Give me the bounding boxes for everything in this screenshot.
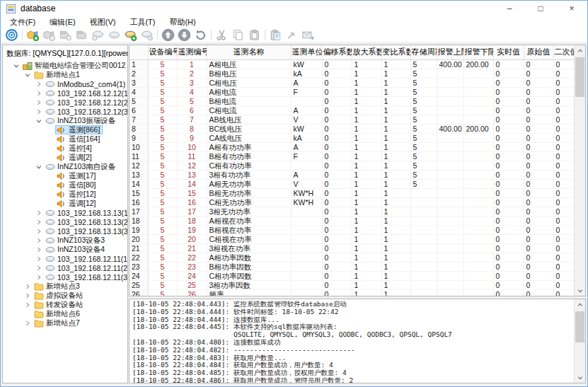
scroll-up-icon[interactable] [575, 299, 585, 310]
toolbar-button-refresh[interactable] [192, 28, 209, 42]
table-cell[interactable] [463, 197, 493, 207]
table-cell[interactable]: 5 [148, 216, 177, 225]
toolbar-button-add-station[interactable] [25, 28, 41, 42]
table-cell[interactable]: 15 [177, 188, 207, 197]
table-cell[interactable]: 0 [553, 253, 574, 262]
table-cell[interactable] [291, 234, 322, 243]
row-number[interactable]: 16 [129, 197, 148, 207]
tree-item-4[interactable]: 103_192.168.12.12(2) [3, 98, 127, 107]
table-cell[interactable]: 1 [381, 225, 410, 234]
table-cell[interactable]: 1 [352, 96, 381, 105]
menu-item-4[interactable]: 帮助(H) [162, 16, 202, 28]
table-cell[interactable]: C相视在功率 [207, 234, 291, 243]
table-cell[interactable] [463, 115, 493, 124]
table-cell[interactable] [463, 262, 493, 271]
row-number[interactable]: 1 [129, 59, 148, 69]
table-cell[interactable]: 5 [410, 69, 437, 78]
table-cell[interactable]: 5 [148, 115, 177, 124]
table-cell[interactable]: 0 [322, 289, 352, 296]
chevron-closed-icon[interactable] [34, 247, 44, 253]
table-cell[interactable]: 9 [177, 133, 207, 142]
table-cell[interactable] [463, 78, 493, 87]
table-cell[interactable]: 0 [553, 271, 574, 280]
table-cell[interactable]: 0 [322, 142, 352, 151]
table-cell[interactable] [463, 151, 493, 161]
table-cell[interactable]: 1 [381, 262, 410, 271]
table-cell[interactable]: 1 [352, 161, 381, 170]
column-header-3[interactable]: 遥测单位 [291, 45, 322, 59]
tree-item-28[interactable]: 新增站点7 [3, 318, 127, 328]
table-cell[interactable] [463, 289, 493, 296]
table-cell[interactable] [410, 225, 437, 234]
table-cell[interactable] [291, 216, 322, 225]
table-cell[interactable] [410, 262, 437, 271]
menu-item-1[interactable]: 编辑(E) [42, 16, 83, 28]
table-cell[interactable]: 0 [322, 170, 352, 179]
scroll-down-icon[interactable] [575, 285, 585, 296]
tree-item-22[interactable]: 103_192.168.12.11(2) [3, 263, 127, 272]
table-cell[interactable]: 0 [524, 59, 553, 69]
table-cell[interactable]: KW*H [291, 197, 322, 207]
table-cell[interactable]: 0 [322, 115, 352, 124]
row-number[interactable]: 14 [129, 179, 148, 188]
table-cell[interactable]: 25 [177, 280, 207, 289]
table-cell[interactable] [437, 225, 463, 234]
toolbar-button-connect-database[interactable] [4, 28, 20, 42]
table-cell[interactable]: B相无功功率 [207, 188, 291, 197]
table-cell[interactable]: A相功率因数 [207, 253, 291, 262]
tree-item-3[interactable]: 103_192.168.12.12(1) [3, 88, 127, 98]
table-cell[interactable] [437, 188, 463, 197]
table-cell[interactable]: C相有功功率 [207, 161, 291, 170]
row-number[interactable]: 21 [129, 243, 148, 253]
scroll-up-icon[interactable] [575, 45, 585, 56]
menu-item-0[interactable]: 文件(F) [3, 16, 42, 28]
table-cell[interactable]: 5 [410, 96, 437, 105]
table-cell[interactable]: 0 [553, 188, 574, 197]
table-cell[interactable]: 0 [493, 170, 524, 179]
table-cell[interactable]: 1 [381, 69, 410, 78]
tree-item-18[interactable]: 103_192.168.13.13(3) [3, 226, 127, 236]
table-cell[interactable]: 1 [381, 133, 410, 142]
table-cell[interactable] [463, 87, 493, 96]
table-cell[interactable]: 1 [352, 59, 381, 69]
table-cell[interactable]: 0 [493, 207, 524, 216]
table-cell[interactable]: 0 [524, 179, 553, 188]
table-cell[interactable]: 5 [410, 170, 437, 179]
table-cell[interactable]: 17 [177, 207, 207, 216]
row-number[interactable]: 5 [129, 96, 148, 105]
table-cell[interactable]: 1 [352, 115, 381, 124]
table-cell[interactable]: 0 [493, 78, 524, 87]
table-cell[interactable]: 1 [352, 289, 381, 296]
menu-item-3[interactable]: 工具(T) [122, 16, 162, 28]
table-cell[interactable]: 5 [410, 124, 437, 133]
table-cell[interactable]: 1 [381, 96, 410, 105]
table-cell[interactable]: 0 [553, 78, 574, 87]
table-cell[interactable] [463, 253, 493, 262]
row-number[interactable]: 15 [129, 188, 148, 197]
table-cell[interactable]: KW*H [291, 188, 322, 197]
chevron-closed-icon[interactable] [34, 265, 44, 271]
table-cell[interactable]: 0 [524, 234, 553, 243]
table-cell[interactable]: 21 [177, 243, 207, 253]
table-cell[interactable]: 5 [148, 161, 177, 170]
table-cell[interactable]: 0 [322, 197, 352, 207]
table-cell[interactable]: A [291, 142, 322, 151]
chevron-closed-icon[interactable] [34, 109, 44, 115]
table-cell[interactable] [291, 289, 322, 296]
table-cell[interactable]: 0 [493, 234, 524, 243]
row-number[interactable]: 3 [129, 78, 148, 87]
tree-item-23[interactable]: 103_192.168.12.11(3) [3, 272, 127, 282]
table-cell[interactable] [463, 142, 493, 151]
table-cell[interactable]: 0 [524, 280, 553, 289]
table-cell[interactable]: 5 [148, 96, 177, 105]
tree-item-19[interactable]: InNZ103设备3 [3, 236, 127, 245]
row-number[interactable]: 25 [129, 280, 148, 289]
row-number[interactable]: 20 [129, 234, 148, 243]
table-cell[interactable]: 0 [524, 262, 553, 271]
table-cell[interactable]: 200.00 [463, 124, 493, 133]
table-cell[interactable]: 0 [493, 289, 524, 296]
table-cell[interactable]: 5 [148, 170, 177, 179]
table-cell[interactable]: 5 [410, 115, 437, 124]
table-cell[interactable]: 0 [524, 105, 553, 115]
table-cell[interactable] [291, 207, 322, 216]
